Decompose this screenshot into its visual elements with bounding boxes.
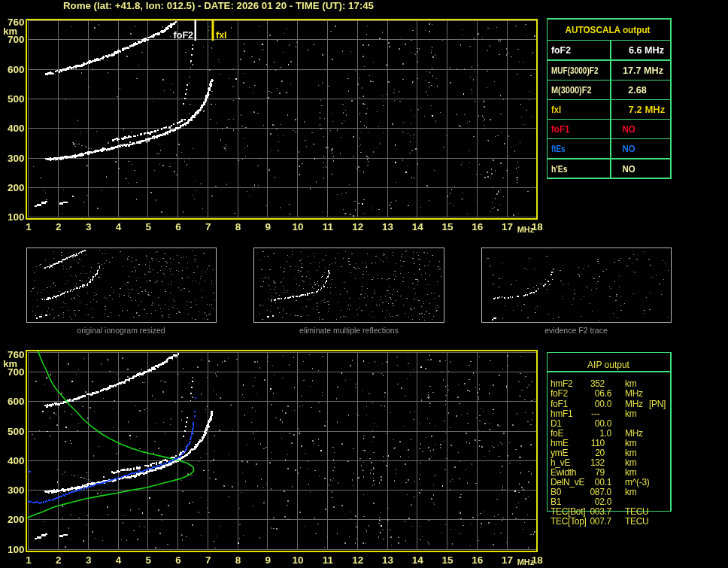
svg-text:fxI: fxI	[216, 30, 227, 41]
svg-text:10: 10	[293, 221, 304, 232]
svg-text:fxI: fxI	[551, 104, 561, 115]
svg-text:13: 13	[382, 554, 394, 566]
svg-text:5: 5	[145, 554, 151, 566]
svg-text:foF2: foF2	[551, 44, 571, 56]
svg-text:MHz: MHz	[517, 557, 535, 566]
svg-text:600: 600	[8, 396, 25, 407]
svg-text:10: 10	[293, 554, 304, 566]
svg-text:200: 200	[8, 514, 25, 525]
svg-text:400: 400	[8, 455, 25, 466]
svg-text:Rome (lat: +41.8, lon: 012.5): Rome (lat: +41.8, lon: 012.5) - DATE: 20…	[63, 1, 374, 11]
svg-text:DelN_vE00.1m^(-3): DelN_vE00.1m^(-3)	[551, 477, 650, 488]
svg-text:8: 8	[235, 221, 241, 232]
svg-text:TEC[Top]007.7TECU: TEC[Top]007.7TECU	[551, 516, 648, 527]
svg-text:300: 300	[8, 484, 25, 496]
svg-text:16: 16	[472, 221, 484, 232]
svg-text:ftEs: ftEs	[551, 143, 566, 154]
svg-text:MUF(3000)F2: MUF(3000)F2	[551, 65, 599, 76]
svg-text:NO: NO	[622, 163, 635, 175]
svg-text:h'Es: h'Es	[551, 163, 568, 175]
svg-text:MHz: MHz	[517, 225, 535, 234]
svg-text:4: 4	[116, 554, 122, 566]
svg-text:7: 7	[205, 554, 211, 566]
svg-text:foF2: foF2	[174, 30, 193, 41]
svg-text:11: 11	[323, 221, 334, 232]
svg-text:7: 7	[205, 221, 211, 232]
svg-text:3: 3	[86, 554, 92, 566]
svg-text:original ionogram resized: original ionogram resized	[77, 326, 165, 335]
svg-text:2: 2	[56, 554, 62, 566]
svg-text:17: 17	[502, 221, 513, 232]
svg-text:km: km	[3, 358, 17, 369]
svg-text:7.2 MHz: 7.2 MHz	[629, 104, 666, 115]
svg-text:8: 8	[235, 554, 241, 566]
svg-text:2: 2	[56, 221, 62, 232]
svg-text:17.7 MHz: 17.7 MHz	[623, 65, 663, 76]
svg-text:km: km	[3, 26, 17, 37]
svg-text:TEC[Bot]003.7TECU: TEC[Bot]003.7TECU	[551, 506, 648, 517]
svg-text:11: 11	[323, 554, 334, 566]
svg-text:2.68: 2.68	[628, 84, 647, 96]
svg-text:4: 4	[116, 221, 122, 232]
svg-text:AUTOSCALA output: AUTOSCALA output	[566, 24, 651, 35]
svg-text:foF1: foF1	[551, 123, 570, 135]
svg-text:5: 5	[145, 221, 151, 232]
svg-text:12: 12	[352, 554, 363, 566]
svg-text:100: 100	[8, 544, 25, 555]
svg-text:9: 9	[265, 221, 271, 232]
svg-text:NO: NO	[622, 143, 635, 154]
svg-text:12: 12	[352, 221, 363, 232]
svg-text:1: 1	[26, 554, 32, 566]
svg-text:15: 15	[442, 554, 454, 566]
svg-text:1: 1	[26, 221, 32, 232]
svg-text:300: 300	[8, 153, 25, 164]
svg-text:M(3000)F2: M(3000)F2	[551, 84, 592, 96]
svg-text:17: 17	[502, 554, 513, 566]
svg-text:15: 15	[442, 221, 454, 232]
svg-text:eliminate multiple reflections: eliminate multiple reflections	[299, 326, 399, 335]
svg-text:500: 500	[8, 426, 25, 437]
svg-text:600: 600	[8, 64, 25, 75]
svg-text:6: 6	[175, 554, 181, 566]
svg-text:NO: NO	[622, 123, 635, 135]
svg-text:foF206.6MHz: foF206.6MHz	[551, 388, 643, 399]
svg-text:13: 13	[382, 221, 394, 232]
svg-text:16: 16	[472, 554, 484, 566]
svg-text:3: 3	[86, 221, 92, 232]
svg-text:evidence F2 trace: evidence F2 trace	[544, 326, 608, 335]
svg-text:14: 14	[412, 221, 424, 232]
svg-text:500: 500	[8, 93, 25, 105]
svg-text:6.6 MHz: 6.6 MHz	[629, 44, 664, 56]
svg-text:AIP output: AIP output	[587, 360, 629, 370]
svg-text:14: 14	[412, 554, 424, 566]
svg-text:400: 400	[8, 123, 25, 134]
svg-text:200: 200	[8, 182, 25, 193]
svg-text:6: 6	[175, 221, 181, 232]
svg-text:9: 9	[265, 554, 271, 566]
svg-text:100: 100	[8, 211, 25, 223]
